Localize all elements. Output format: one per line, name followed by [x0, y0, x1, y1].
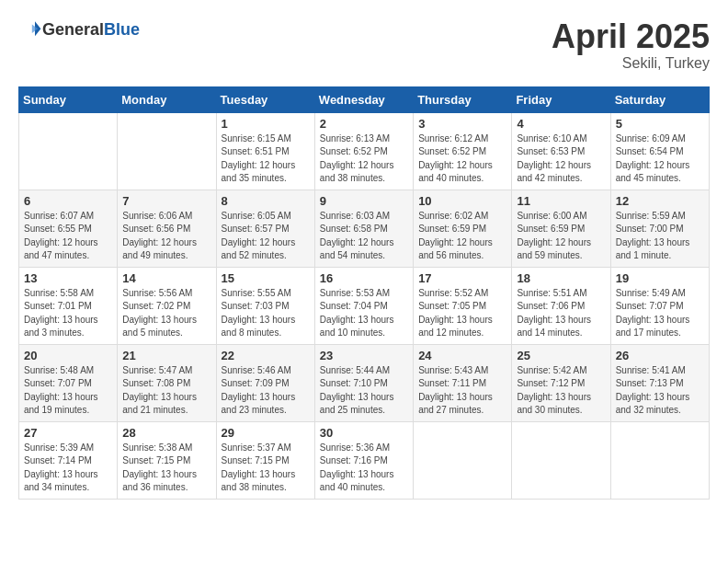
calendar-cell: 29Sunrise: 5:37 AM Sunset: 7:15 PM Dayli… — [216, 421, 314, 499]
calendar-cell — [118, 112, 216, 190]
calendar-week-row: 6Sunrise: 6:07 AM Sunset: 6:55 PM Daylig… — [19, 190, 710, 267]
day-number: 15 — [222, 271, 310, 285]
day-number: 30 — [320, 426, 408, 440]
calendar-cell: 4Sunrise: 6:10 AM Sunset: 6:53 PM Daylig… — [512, 112, 610, 190]
day-number: 18 — [517, 271, 605, 285]
calendar-header-row: Sunday Monday Tuesday Wednesday Thursday… — [19, 86, 710, 112]
calendar-cell: 23Sunrise: 5:44 AM Sunset: 7:10 PM Dayli… — [314, 344, 413, 421]
col-thursday: Thursday — [414, 86, 512, 112]
logo-icon — [20, 18, 42, 40]
calendar-cell: 6Sunrise: 6:07 AM Sunset: 6:55 PM Daylig… — [19, 190, 118, 267]
day-number: 23 — [320, 349, 408, 362]
day-info: Sunrise: 5:37 AM Sunset: 7:15 PM Dayligh… — [222, 442, 310, 495]
day-number: 11 — [517, 194, 605, 208]
calendar-week-row: 20Sunrise: 5:48 AM Sunset: 7:07 PM Dayli… — [19, 344, 710, 421]
day-info: Sunrise: 5:51 AM Sunset: 7:06 PM Dayligh… — [517, 287, 605, 340]
calendar-cell: 9Sunrise: 6:03 AM Sunset: 6:58 PM Daylig… — [314, 190, 413, 267]
calendar-week-row: 13Sunrise: 5:58 AM Sunset: 7:01 PM Dayli… — [19, 267, 710, 344]
day-info: Sunrise: 6:15 AM Sunset: 6:51 PM Dayligh… — [222, 132, 310, 186]
calendar-cell — [610, 421, 709, 499]
day-info: Sunrise: 6:13 AM Sunset: 6:52 PM Dayligh… — [320, 132, 408, 186]
logo-general: General — [42, 20, 104, 39]
day-info: Sunrise: 6:10 AM Sunset: 6:53 PM Dayligh… — [517, 132, 605, 186]
calendar-cell: 20Sunrise: 5:48 AM Sunset: 7:07 PM Dayli… — [19, 344, 118, 421]
calendar-cell: 11Sunrise: 6:00 AM Sunset: 6:59 PM Dayli… — [512, 190, 610, 267]
calendar-cell: 7Sunrise: 6:06 AM Sunset: 6:56 PM Daylig… — [118, 190, 216, 267]
location-title: Sekili, Turkey — [552, 55, 710, 72]
calendar-cell: 17Sunrise: 5:52 AM Sunset: 7:05 PM Dayli… — [414, 267, 512, 344]
day-info: Sunrise: 6:05 AM Sunset: 6:57 PM Dayligh… — [222, 210, 310, 263]
day-number: 6 — [24, 194, 112, 208]
col-saturday: Saturday — [610, 86, 709, 112]
month-title: April 2025 — [552, 18, 710, 55]
day-info: Sunrise: 5:38 AM Sunset: 7:15 PM Dayligh… — [122, 442, 210, 495]
calendar-week-row: 1Sunrise: 6:15 AM Sunset: 6:51 PM Daylig… — [19, 112, 710, 190]
calendar-cell: 14Sunrise: 5:56 AM Sunset: 7:02 PM Dayli… — [118, 267, 216, 344]
calendar-week-row: 27Sunrise: 5:39 AM Sunset: 7:14 PM Dayli… — [19, 421, 710, 499]
day-number: 29 — [222, 426, 310, 440]
day-number: 12 — [616, 194, 704, 208]
day-info: Sunrise: 5:55 AM Sunset: 7:03 PM Dayligh… — [222, 287, 310, 340]
col-wednesday: Wednesday — [314, 86, 413, 112]
calendar-cell: 21Sunrise: 5:47 AM Sunset: 7:08 PM Dayli… — [118, 344, 216, 421]
calendar-cell: 27Sunrise: 5:39 AM Sunset: 7:14 PM Dayli… — [19, 421, 118, 499]
day-info: Sunrise: 6:09 AM Sunset: 6:54 PM Dayligh… — [616, 132, 704, 186]
day-info: Sunrise: 5:44 AM Sunset: 7:10 PM Dayligh… — [320, 364, 408, 418]
day-info: Sunrise: 6:00 AM Sunset: 6:59 PM Dayligh… — [517, 210, 605, 263]
calendar-cell: 19Sunrise: 5:49 AM Sunset: 7:07 PM Dayli… — [610, 267, 709, 344]
logo: GeneralBlue — [18, 18, 140, 40]
calendar-cell: 16Sunrise: 5:53 AM Sunset: 7:04 PM Dayli… — [314, 267, 413, 344]
logo-blue: Blue — [104, 20, 140, 39]
calendar-cell: 24Sunrise: 5:43 AM Sunset: 7:11 PM Dayli… — [414, 344, 512, 421]
calendar-table: Sunday Monday Tuesday Wednesday Thursday… — [18, 86, 710, 500]
day-number: 21 — [122, 349, 210, 362]
day-info: Sunrise: 5:42 AM Sunset: 7:12 PM Dayligh… — [517, 364, 605, 418]
calendar-cell — [414, 421, 512, 499]
day-info: Sunrise: 5:46 AM Sunset: 7:09 PM Dayligh… — [222, 364, 310, 418]
day-info: Sunrise: 5:49 AM Sunset: 7:07 PM Dayligh… — [616, 287, 704, 340]
day-number: 3 — [418, 117, 506, 131]
day-number: 9 — [320, 194, 408, 208]
calendar-cell: 15Sunrise: 5:55 AM Sunset: 7:03 PM Dayli… — [216, 267, 314, 344]
calendar-cell: 8Sunrise: 6:05 AM Sunset: 6:57 PM Daylig… — [216, 190, 314, 267]
col-sunday: Sunday — [19, 86, 118, 112]
day-number: 10 — [418, 194, 506, 208]
day-info: Sunrise: 5:41 AM Sunset: 7:13 PM Dayligh… — [616, 364, 704, 418]
calendar-cell: 10Sunrise: 6:02 AM Sunset: 6:59 PM Dayli… — [414, 190, 512, 267]
day-info: Sunrise: 6:12 AM Sunset: 6:52 PM Dayligh… — [418, 132, 506, 186]
day-number: 20 — [24, 349, 112, 362]
day-number: 22 — [222, 349, 310, 362]
calendar-cell: 26Sunrise: 5:41 AM Sunset: 7:13 PM Dayli… — [610, 344, 709, 421]
day-number: 7 — [122, 194, 210, 208]
calendar-cell: 3Sunrise: 6:12 AM Sunset: 6:52 PM Daylig… — [414, 112, 512, 190]
calendar-cell: 1Sunrise: 6:15 AM Sunset: 6:51 PM Daylig… — [216, 112, 314, 190]
calendar-cell: 30Sunrise: 5:36 AM Sunset: 7:16 PM Dayli… — [314, 421, 413, 499]
calendar-cell: 13Sunrise: 5:58 AM Sunset: 7:01 PM Dayli… — [19, 267, 118, 344]
calendar-cell: 25Sunrise: 5:42 AM Sunset: 7:12 PM Dayli… — [512, 344, 610, 421]
day-info: Sunrise: 6:07 AM Sunset: 6:55 PM Dayligh… — [24, 210, 112, 263]
day-info: Sunrise: 5:43 AM Sunset: 7:11 PM Dayligh… — [418, 364, 506, 418]
day-info: Sunrise: 5:48 AM Sunset: 7:07 PM Dayligh… — [24, 364, 112, 418]
col-monday: Monday — [118, 86, 216, 112]
day-number: 27 — [24, 426, 112, 440]
day-info: Sunrise: 6:03 AM Sunset: 6:58 PM Dayligh… — [320, 210, 408, 263]
day-info: Sunrise: 5:52 AM Sunset: 7:05 PM Dayligh… — [418, 287, 506, 340]
day-info: Sunrise: 5:47 AM Sunset: 7:08 PM Dayligh… — [122, 364, 210, 418]
day-info: Sunrise: 6:06 AM Sunset: 6:56 PM Dayligh… — [122, 210, 210, 263]
day-info: Sunrise: 5:36 AM Sunset: 7:16 PM Dayligh… — [320, 442, 408, 495]
page-header: GeneralBlue April 2025 Sekili, Turkey — [18, 18, 710, 72]
day-number: 1 — [222, 117, 310, 131]
calendar-cell: 5Sunrise: 6:09 AM Sunset: 6:54 PM Daylig… — [610, 112, 709, 190]
day-number: 17 — [418, 271, 506, 285]
day-number: 25 — [517, 349, 605, 362]
calendar-cell: 2Sunrise: 6:13 AM Sunset: 6:52 PM Daylig… — [314, 112, 413, 190]
calendar-cell: 18Sunrise: 5:51 AM Sunset: 7:06 PM Dayli… — [512, 267, 610, 344]
day-info: Sunrise: 5:56 AM Sunset: 7:02 PM Dayligh… — [122, 287, 210, 340]
day-number: 28 — [122, 426, 210, 440]
day-number: 2 — [320, 117, 408, 131]
day-number: 16 — [320, 271, 408, 285]
day-info: Sunrise: 6:02 AM Sunset: 6:59 PM Dayligh… — [418, 210, 506, 263]
calendar-cell: 28Sunrise: 5:38 AM Sunset: 7:15 PM Dayli… — [118, 421, 216, 499]
day-info: Sunrise: 5:59 AM Sunset: 7:00 PM Dayligh… — [616, 210, 704, 263]
day-number: 4 — [517, 117, 605, 131]
